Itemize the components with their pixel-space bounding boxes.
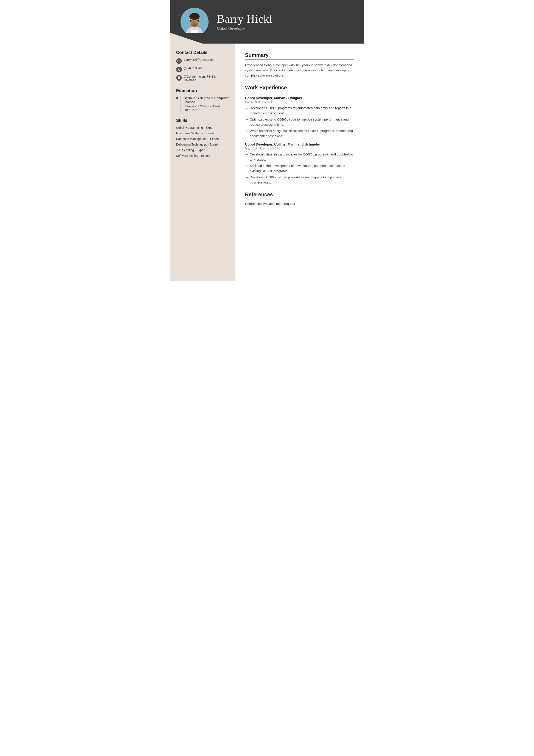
skill-item-0: Cobol Programming - Expert bbox=[176, 126, 229, 129]
email-icon bbox=[176, 58, 182, 64]
job-bullet-0-0: Developed COBOL programs for automated d… bbox=[250, 105, 354, 116]
contact-phone-item: (654) 653 7613 bbox=[176, 67, 229, 72]
job-bullet-1-2: Developed COBOL stored procedures and tr… bbox=[250, 175, 354, 185]
job-bullets-1: Developed data files and indexes for COB… bbox=[250, 152, 354, 185]
edu-school: University of California, Davis bbox=[184, 105, 229, 108]
svg-point-6 bbox=[191, 13, 198, 18]
phone-text: (654) 653 7613 bbox=[184, 67, 204, 70]
edu-bullet-icon bbox=[176, 97, 178, 99]
location-text: O'Connerhaven, 74483, Colorado bbox=[184, 75, 229, 82]
skill-item-4: JCL Scripting - Expert bbox=[176, 148, 229, 152]
job-dates-1: May 2021 - February 2023 bbox=[245, 147, 354, 150]
svg-point-16 bbox=[194, 22, 195, 23]
body-layout: Contact Details barryhickl@gmail.com (65… bbox=[170, 43, 364, 281]
job-bullet-1-1: Assisted in the development of new featu… bbox=[250, 163, 354, 174]
job-bullets-0: Developed COBOL programs for automated d… bbox=[250, 105, 354, 139]
work-experience-section-title: Work Experience bbox=[245, 85, 354, 92]
right-column: Summary Experienced Cobol Developer with… bbox=[235, 43, 364, 281]
job-title-1: Cobol Developer, Collins, Mann and Schme… bbox=[245, 143, 354, 147]
skill-item-1: Mainframe Systems - Expert bbox=[176, 131, 229, 135]
job-bullet-0-2: Wrote technical design specifications fo… bbox=[250, 128, 354, 139]
avatar bbox=[181, 8, 209, 36]
candidate-title: Cobol Developer bbox=[217, 26, 273, 31]
svg-point-14 bbox=[191, 20, 192, 21]
contact-section-title: Contact Details bbox=[176, 50, 229, 55]
skill-item-3: Debugging Techniques - Expert bbox=[176, 143, 229, 146]
job-bullet-1-0: Developed data files and indexes for COB… bbox=[250, 152, 354, 162]
references-section-title: References bbox=[245, 192, 354, 199]
edu-degree: Bachelor's Degree in Computer Science bbox=[184, 96, 229, 104]
job-bullet-0-1: Optimized existing COBOL code to improve… bbox=[250, 117, 354, 127]
svg-point-18 bbox=[179, 77, 179, 78]
avatar-image bbox=[181, 8, 209, 36]
skills-section-title: Skills bbox=[176, 118, 229, 123]
education-item: Bachelor's Degree in Computer Science Un… bbox=[176, 96, 229, 112]
references-text: References available upon request bbox=[245, 202, 354, 205]
header-info: Barry Hickl Cobol Developer bbox=[217, 13, 273, 31]
phone-icon bbox=[176, 67, 182, 72]
summary-text: Experienced Cobol Developer with 10+ yea… bbox=[245, 63, 354, 78]
email-link[interactable]: barryhickl@gmail.com bbox=[184, 58, 214, 62]
left-column: Contact Details barryhickl@gmail.com (65… bbox=[170, 43, 235, 281]
summary-section-title: Summary bbox=[245, 52, 354, 60]
job-title-0: Cobol Developer, Marvin - Douglas bbox=[245, 96, 354, 100]
contact-email-item: barryhickl@gmail.com bbox=[176, 58, 229, 64]
edu-content: Bachelor's Degree in Computer Science Un… bbox=[181, 96, 229, 112]
skill-item-2: Database Management - Expert bbox=[176, 137, 229, 141]
svg-point-15 bbox=[196, 20, 198, 21]
location-icon bbox=[176, 75, 182, 81]
edu-years: 2017 - 2021 bbox=[184, 108, 229, 112]
svg-point-8 bbox=[191, 23, 197, 27]
job-dates-0: March 2023 - Present bbox=[245, 100, 354, 104]
education-section-title: Education bbox=[176, 88, 229, 93]
contact-location-item: O'Connerhaven, 74483, Colorado bbox=[176, 75, 229, 82]
skill-item-5: Software Testing - Expert bbox=[176, 154, 229, 157]
candidate-name: Barry Hickl bbox=[217, 13, 273, 25]
